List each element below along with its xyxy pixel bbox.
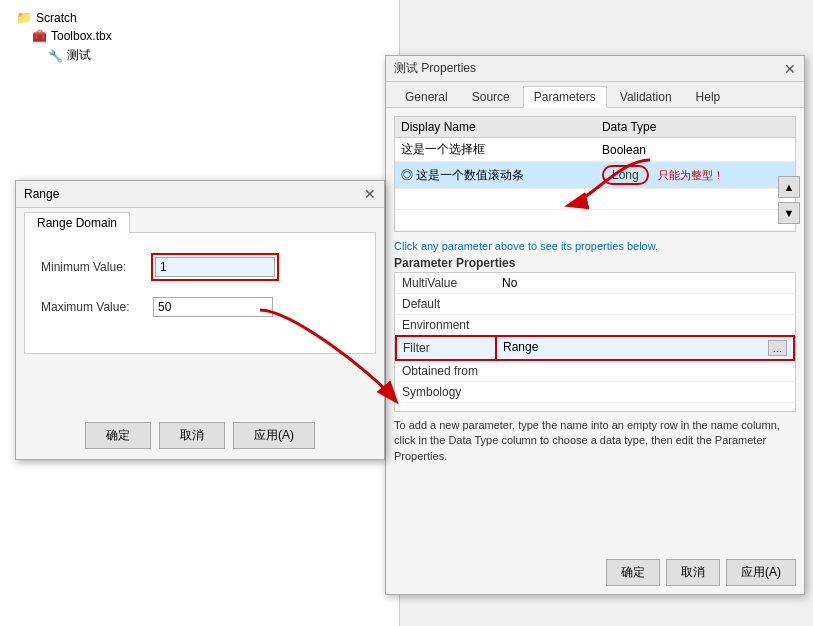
tab-validation[interactable]: Validation (609, 86, 683, 107)
min-input-wrap (151, 253, 279, 281)
main-dialog-title: 测试 Properties (394, 60, 476, 77)
tbx-icon: 🧰 (32, 29, 47, 43)
prop-table-wrap: MultiValue No Default Environment Filter… (394, 272, 796, 412)
prop-row-filter[interactable]: Filter Range ... (396, 336, 794, 360)
prop-label-multivalue: MultiValue (396, 273, 496, 294)
prop-row-symbology[interactable]: Symbology (396, 382, 794, 403)
col-display-name: Display Name (395, 117, 596, 138)
col-data-type: Data Type (596, 117, 795, 138)
filter-browse-button[interactable]: ... (768, 340, 787, 356)
prop-label-filter: Filter (396, 336, 496, 360)
tab-help[interactable]: Help (685, 86, 732, 107)
prop-value-multivalue: No (496, 273, 794, 294)
range-dialog-title: Range (24, 187, 59, 201)
tool-icon: 🔧 (48, 49, 63, 63)
prop-label-default: Default (396, 294, 496, 315)
param-data-type-1: Boolean (596, 138, 795, 162)
params-table-wrap: Display Name Data Type 这是一个选择框 Boolean ◎… (394, 116, 796, 232)
min-value-input[interactable] (155, 257, 275, 277)
range-titlebar: Range ✕ (16, 181, 384, 208)
range-cancel-button[interactable]: 取消 (159, 422, 225, 449)
tree-item-scratch[interactable]: 📁 Scratch (12, 8, 387, 27)
tabs-bar: General Source Parameters Validation Hel… (386, 82, 804, 108)
folder-icon: 📁 (16, 10, 32, 25)
prop-row-obtained[interactable]: Obtained from (396, 360, 794, 382)
tab-general[interactable]: General (394, 86, 459, 107)
prop-row-multivalue[interactable]: MultiValue No (396, 273, 794, 294)
param-display-name-2: ◎ 这是一个数值滚动条 (395, 162, 596, 189)
max-value-label: Maximum Value: (41, 300, 151, 314)
range-dialog: Range ✕ Range Domain Minimum Value: Maxi… (15, 180, 385, 460)
long-cell: Long (602, 165, 649, 185)
tree-label-scratch: Scratch (36, 11, 77, 25)
main-dialog: 测试 Properties ✕ General Source Parameter… (385, 55, 805, 595)
table-row-selected[interactable]: ◎ 这是一个数值滚动条 Long 只能为整型！ (395, 162, 795, 189)
range-ok-button[interactable]: 确定 (85, 422, 151, 449)
prop-table: MultiValue No Default Environment Filter… (395, 273, 795, 403)
params-table: Display Name Data Type 这是一个选择框 Boolean ◎… (395, 117, 795, 231)
nav-arrows: ▲ ▼ (778, 176, 800, 224)
range-close-button[interactable]: ✕ (364, 186, 376, 202)
range-apply-button[interactable]: 应用(A) (233, 422, 315, 449)
param-data-type-2: Long 只能为整型！ (596, 162, 795, 189)
tree-label-toolbox: Toolbox.tbx (51, 29, 112, 43)
param-props-label: Parameter Properties (394, 256, 796, 270)
prop-label-symbology: Symbology (396, 382, 496, 403)
long-annotation: 只能为整型！ (658, 169, 724, 181)
prop-row-environment[interactable]: Environment (396, 315, 794, 337)
nav-down-button[interactable]: ▼ (778, 202, 800, 224)
tree-item-tool[interactable]: 🔧 测试 (12, 45, 387, 66)
max-value-input[interactable] (153, 297, 273, 317)
prop-label-obtained: Obtained from (396, 360, 496, 382)
tab-parameters[interactable]: Parameters (523, 86, 607, 108)
click-hint: Click any parameter above to see its pro… (394, 240, 796, 252)
tab-source[interactable]: Source (461, 86, 521, 107)
prop-value-obtained (496, 360, 794, 382)
main-ok-button[interactable]: 确定 (606, 559, 660, 586)
range-tab-domain[interactable]: Range Domain (24, 212, 130, 233)
range-content: Minimum Value: Maximum Value: (24, 232, 376, 354)
range-buttons: 确定 取消 应用(A) (16, 422, 384, 449)
prop-value-environment (496, 315, 794, 337)
max-input-wrap (151, 295, 275, 319)
max-value-row: Maximum Value: (41, 295, 359, 319)
param-display-name-1: 这是一个选择框 (395, 138, 596, 162)
table-row-empty-1[interactable] (395, 189, 795, 210)
filter-value: Range (503, 340, 538, 354)
table-row-empty-2[interactable] (395, 210, 795, 231)
main-cancel-button[interactable]: 取消 (666, 559, 720, 586)
bottom-hint: To add a new parameter, type the name in… (394, 418, 796, 464)
min-value-label: Minimum Value: (41, 260, 151, 274)
main-dialog-titlebar: 测试 Properties ✕ (386, 56, 804, 82)
prop-label-environment: Environment (396, 315, 496, 337)
prop-value-filter: Range ... (496, 336, 794, 360)
main-apply-button[interactable]: 应用(A) (726, 559, 796, 586)
table-row[interactable]: 这是一个选择框 Boolean (395, 138, 795, 162)
tree-label-tool: 测试 (67, 47, 91, 64)
min-value-row: Minimum Value: (41, 253, 359, 281)
prop-row-default[interactable]: Default (396, 294, 794, 315)
nav-up-button[interactable]: ▲ (778, 176, 800, 198)
range-tab-bar: Range Domain (16, 208, 384, 232)
main-dialog-buttons: 确定 取消 应用(A) (606, 559, 796, 586)
prop-value-default (496, 294, 794, 315)
tree-item-toolbox[interactable]: 🧰 Toolbox.tbx (12, 27, 387, 45)
prop-value-symbology (496, 382, 794, 403)
main-dialog-close-button[interactable]: ✕ (784, 62, 796, 76)
